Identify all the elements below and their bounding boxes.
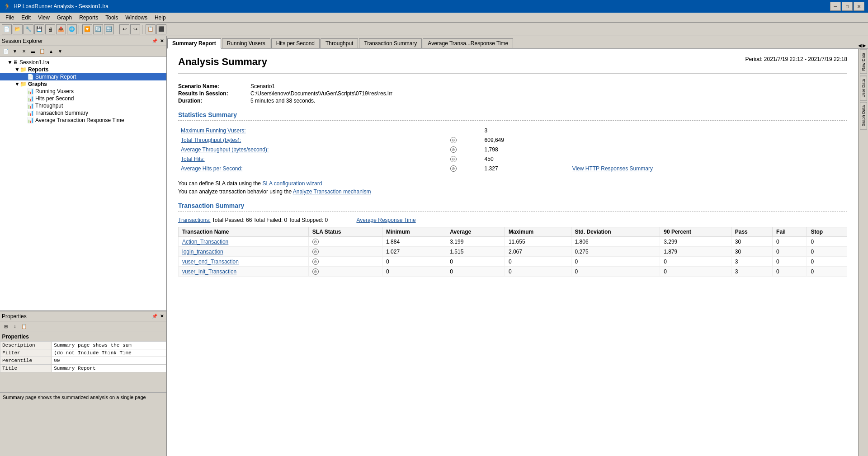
trans-fail-cell-2: 0 [773, 257, 807, 267]
user-data-button[interactable]: User Data [860, 76, 867, 101]
transaction-summary-icon: 📊 [27, 110, 34, 116]
toolbar-save[interactable]: 💾 [34, 24, 44, 34]
toolbar-extra1[interactable]: 📋 [146, 24, 156, 34]
close-button[interactable]: ✕ [854, 2, 864, 11]
tree-session1[interactable]: ▼ 🖥 Session1.lra [0, 59, 166, 66]
sla-icon-1: ⊘ [312, 249, 319, 255]
toolbar-print[interactable]: 🖨 [45, 24, 55, 34]
max-vusers-value: 3 [482, 126, 554, 135]
trans-name-cell-1[interactable]: login_transaction [179, 247, 309, 257]
avg-hits-link[interactable]: Average Hits per Second: [181, 165, 243, 172]
tree-running-vusers[interactable]: 📊 Running Vusers [0, 88, 166, 95]
props-btn-extra[interactable]: 📋 [20, 323, 28, 331]
trans-pass-cell-0: 30 [731, 237, 772, 247]
explorer-btn-down[interactable]: ▼ [56, 47, 64, 56]
menu-tools[interactable]: Tools [102, 14, 122, 22]
expand-session1: ▼ [7, 59, 13, 66]
tree-avg-trans-response[interactable]: 📊 Average Transaction Response Time [0, 117, 166, 124]
view-http-responses-link[interactable]: View HTTP Responses Summary [572, 165, 653, 172]
props-percentile-row: Percentile 90 [0, 357, 166, 365]
total-hits-link[interactable]: Total Hits: [181, 156, 205, 162]
sla-wizard-link[interactable]: SLA configuration wizard [262, 180, 322, 187]
props-filter-row: Filter (do not Include Think Time [0, 349, 166, 357]
col-trans-name: Transaction Name [179, 227, 309, 237]
menu-graph[interactable]: Graph [53, 14, 75, 22]
graph-data-button[interactable]: Graph Data [860, 102, 867, 130]
trans-table-row: Action_Transaction ⊘ 1.884 3.199 11.655 … [179, 237, 847, 247]
tree-summary-report[interactable]: 📄 Summary Report [0, 73, 166, 80]
toolbar-open[interactable]: 📂 [13, 24, 23, 34]
close-panel-button[interactable]: ✕ [159, 38, 165, 43]
scenario-name-label: Scenario Name: [178, 83, 250, 89]
max-vusers-link[interactable]: Maximum Running Vusers: [181, 127, 246, 134]
trans-stddev-cell-0: 1.806 [571, 237, 660, 247]
menu-view[interactable]: View [34, 14, 53, 22]
trans-name-cell-3[interactable]: vuser_init_Transaction [179, 267, 309, 277]
explorer-btn-5[interactable]: 📋 [38, 47, 46, 56]
explorer-btn-4[interactable]: ▬ [29, 47, 37, 56]
explorer-btn-2[interactable]: ▼ [11, 47, 19, 56]
toolbar-redo[interactable]: ↪ [130, 24, 140, 34]
props-btn-sort[interactable]: ↕ [11, 323, 19, 331]
tab-hits-per-second[interactable]: Hits per Second [271, 38, 320, 48]
explorer-btn-up[interactable]: ▲ [47, 47, 55, 56]
menu-edit[interactable]: Edit [18, 14, 34, 22]
col-sla-status: SLA Status [308, 227, 382, 237]
tree-hits-per-second[interactable]: 📊 Hits per Second [0, 95, 166, 102]
results-value: C:\Users\lenovo\Documents\VuGen\Scripts\… [250, 90, 392, 97]
toolbar-refresh[interactable]: 🔄 [93, 24, 103, 34]
transactions-label-link[interactable]: Transactions: [178, 217, 211, 223]
properties-pin-button[interactable]: 📌 [151, 314, 158, 319]
trans-p90-cell-1: 1.879 [660, 247, 731, 257]
toolbar-prev[interactable]: 🔙 [104, 24, 114, 34]
avg-hits-value: 1.327 [482, 164, 554, 173]
toolbar-new[interactable]: 📄 [2, 24, 12, 34]
menu-file[interactable]: File [2, 14, 18, 22]
raw-data-button[interactable]: Raw Data [860, 50, 867, 74]
expand-graphs: ▼ [14, 81, 20, 87]
main-layout: Session Explorer 📌 ✕ 📄 ▼ ✕ ▬ 📋 ▲ ▼ ▼ [0, 36, 868, 456]
trans-name-cell-2[interactable]: vuser_end_Transaction [179, 257, 309, 267]
properties-close-button[interactable]: ✕ [159, 314, 165, 319]
toolbar-undo[interactable]: ↩ [119, 24, 129, 34]
toolbar-filter[interactable]: 🔽 [82, 24, 92, 34]
properties-title: Properties [2, 313, 27, 320]
toolbar-extra2[interactable]: ⬛ [156, 24, 166, 34]
menu-windows[interactable]: Windows [122, 14, 151, 22]
trans-max-cell-0: 11.655 [505, 237, 571, 247]
tree-throughput[interactable]: 📊 Throughput [0, 102, 166, 109]
toolbar-session-mgr[interactable]: 🔧 [24, 24, 33, 34]
explorer-btn-remove[interactable]: ✕ [20, 47, 28, 56]
props-section-row: Properties [0, 332, 166, 342]
tree-reports[interactable]: ▼ 📁 Reports [0, 66, 166, 73]
props-btn-category[interactable]: ⊞ [2, 323, 10, 331]
throughput-no-icon: ⊘ [450, 137, 457, 143]
tab-transaction-summary[interactable]: Transaction Summary [359, 38, 422, 48]
tabs-prev-btn[interactable]: ◀ [858, 43, 862, 48]
trans-stop-cell-2: 0 [807, 257, 847, 267]
toolbar-export[interactable]: 📤 [56, 24, 66, 34]
sla-line1: You can define SLA data using the SLA co… [178, 180, 847, 187]
menu-reports[interactable]: Reports [75, 14, 102, 22]
tree-transaction-summary[interactable]: 📊 Transaction Summary [0, 109, 166, 117]
tabs-next-btn[interactable]: ▶ [863, 43, 866, 48]
tab-running-vusers[interactable]: Running Vusers [222, 38, 270, 48]
trans-name-cell-0[interactable]: Action_Transaction [179, 237, 309, 247]
avg-response-time-link[interactable]: Average Response Time [356, 217, 415, 223]
avg-throughput-link[interactable]: Average Throughput (bytes/second): [181, 146, 269, 153]
pin-button[interactable]: 📌 [151, 38, 158, 43]
maximize-button[interactable]: □ [842, 2, 853, 11]
menu-help[interactable]: Help [151, 14, 170, 22]
tab-avg-response-time[interactable]: Average Transa...Response Time [423, 38, 513, 48]
tab-throughput[interactable]: Throughput [321, 38, 358, 48]
tree-graphs[interactable]: ▼ 📁 Graphs [0, 80, 166, 88]
minimize-button[interactable]: ─ [830, 2, 841, 11]
tree-graphs-label: Graphs [28, 81, 47, 87]
toolbar-html[interactable]: 🌐 [67, 24, 77, 34]
analyze-transaction-link[interactable]: Analyze Transaction mechanism [293, 188, 371, 195]
tab-summary-report[interactable]: Summary Report [167, 38, 221, 49]
explorer-btn-1[interactable]: 📄 [2, 47, 10, 56]
trans-fail-cell-0: 0 [773, 237, 807, 247]
total-throughput-link[interactable]: Total Throughput (bytes): [181, 137, 241, 143]
trans-avg-cell-1: 1.515 [446, 247, 505, 257]
